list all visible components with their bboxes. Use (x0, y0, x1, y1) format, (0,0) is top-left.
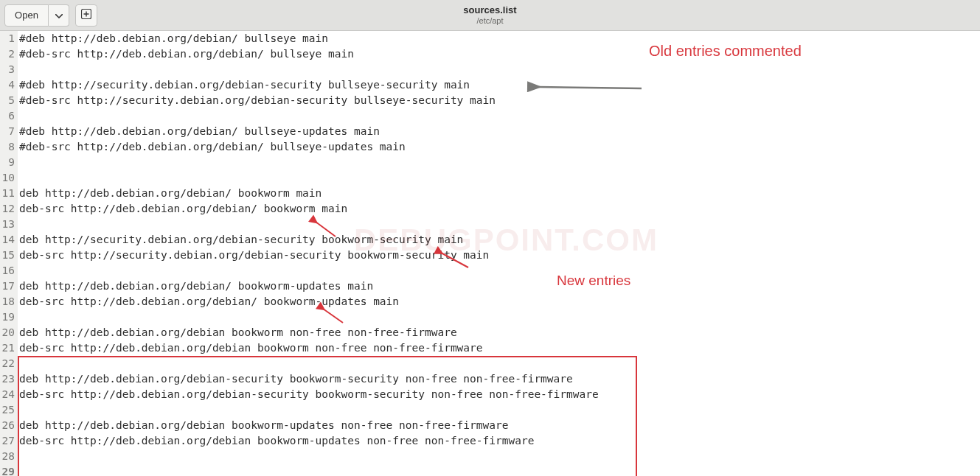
line-number: 6 (0, 108, 15, 124)
line-number: 4 (0, 77, 15, 93)
line-number: 10 (0, 170, 15, 186)
code-line[interactable]: deb http://deb.debian.org/debian/ bookwo… (18, 279, 980, 294)
editor-area[interactable]: 1234567891011121314151617181920212223242… (0, 31, 980, 476)
document-title: sources.list (463, 4, 516, 16)
code-line[interactable] (18, 155, 980, 170)
code-line[interactable]: deb http://deb.debian.org/debian bookwor… (18, 418, 980, 433)
code-line[interactable]: #deb-src http://deb.debian.org/debian/ b… (18, 46, 980, 62)
line-number-gutter: 1234567891011121314151617181920212223242… (0, 31, 18, 476)
line-number: 2 (0, 46, 15, 62)
line-number: 19 (0, 309, 15, 325)
line-number: 16 (0, 263, 15, 279)
code-line[interactable]: deb-src http://deb.debian.org/debian boo… (18, 340, 980, 356)
line-number: 27 (0, 433, 15, 449)
line-number: 12 (0, 201, 15, 217)
document-path: /etc/apt (463, 16, 516, 26)
chevron-down-icon (55, 10, 63, 21)
line-number: 28 (0, 449, 15, 464)
line-number: 21 (0, 340, 15, 356)
code-line[interactable]: deb-src http://security.debian.org/debia… (18, 248, 980, 263)
code-line[interactable]: #deb http://deb.debian.org/debian/ bulls… (18, 124, 980, 139)
line-number: 11 (0, 186, 15, 201)
line-number: 8 (0, 139, 15, 155)
line-number: 18 (0, 294, 15, 309)
open-button[interactable]: Open (4, 4, 49, 27)
code-line[interactable]: deb http://security.debian.org/debian-se… (18, 232, 980, 248)
title-block: sources.list /etc/apt (463, 4, 516, 26)
line-number: 13 (0, 217, 15, 232)
code-line[interactable]: deb-src http://deb.debian.org/debian/ bo… (18, 201, 980, 217)
code-line[interactable] (18, 108, 980, 124)
code-line[interactable]: #deb http://security.debian.org/debian-s… (18, 77, 980, 93)
code-line[interactable] (18, 464, 980, 476)
code-line[interactable] (18, 356, 980, 371)
line-number: 24 (0, 387, 15, 402)
line-number: 7 (0, 124, 15, 139)
code-line[interactable]: deb http://deb.debian.org/debian/ bookwo… (18, 186, 980, 201)
code-line[interactable]: deb http://deb.debian.org/debian bookwor… (18, 325, 980, 340)
code-line[interactable] (18, 62, 980, 77)
code-line[interactable]: deb-src http://deb.debian.org/debian boo… (18, 433, 980, 449)
line-number: 17 (0, 279, 15, 294)
line-number: 25 (0, 402, 15, 418)
line-number: 20 (0, 325, 15, 340)
line-number: 5 (0, 93, 15, 108)
code-line[interactable]: #deb http://deb.debian.org/debian/ bulls… (18, 31, 980, 46)
code-line[interactable]: #deb-src http://deb.debian.org/debian/ b… (18, 139, 980, 155)
open-menu-button[interactable] (49, 4, 69, 27)
line-number: 26 (0, 418, 15, 433)
plus-icon (81, 9, 91, 21)
line-number: 22 (0, 356, 15, 371)
code-line[interactable] (18, 263, 980, 279)
line-number: 14 (0, 232, 15, 248)
code-line[interactable]: deb http://deb.debian.org/debian-securit… (18, 371, 980, 387)
line-number: 23 (0, 371, 15, 387)
new-tab-button[interactable] (75, 4, 97, 27)
code-content[interactable]: #deb http://deb.debian.org/debian/ bulls… (18, 31, 980, 476)
code-line[interactable] (18, 402, 980, 418)
line-number: 29 (0, 464, 15, 476)
code-line[interactable] (18, 449, 980, 464)
code-line[interactable]: #deb-src http://security.debian.org/debi… (18, 93, 980, 108)
line-number: 1 (0, 31, 15, 46)
line-number: 9 (0, 155, 15, 170)
header-bar: Open sources.list /etc/apt (0, 0, 980, 31)
line-number: 3 (0, 62, 15, 77)
code-line[interactable]: deb-src http://deb.debian.org/debian-sec… (18, 387, 980, 402)
code-line[interactable] (18, 217, 980, 232)
line-number: 15 (0, 248, 15, 263)
code-line[interactable] (18, 309, 980, 325)
code-line[interactable] (18, 170, 980, 186)
code-line[interactable]: deb-src http://deb.debian.org/debian/ bo… (18, 294, 980, 309)
